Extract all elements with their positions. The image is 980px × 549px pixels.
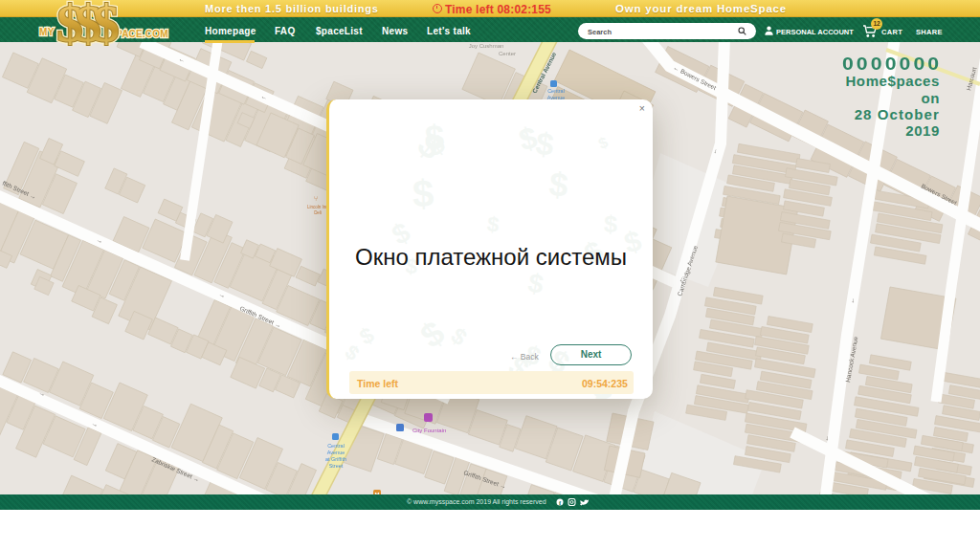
svg-text:←: ← xyxy=(848,296,856,304)
svg-text:Center: Center xyxy=(499,51,516,56)
svg-text:←: ← xyxy=(822,434,830,442)
svg-text:Deli: Deli xyxy=(314,210,322,215)
svg-text:Avenue: Avenue xyxy=(327,450,345,455)
svg-text:⑂: ⑂ xyxy=(314,195,318,202)
svg-text:Central: Central xyxy=(327,443,345,449)
svg-text:Central: Central xyxy=(547,88,565,94)
svg-text:MY: MY xyxy=(39,27,55,37)
svg-text:at Griffith: at Griffith xyxy=(325,456,346,462)
svg-text:$: $ xyxy=(93,0,120,46)
svg-text:Street: Street xyxy=(329,463,344,469)
svg-text:Joy Cushman: Joy Cushman xyxy=(469,43,504,49)
svg-text:PACE.COM: PACE.COM xyxy=(116,29,168,39)
svg-text:City Fountain: City Fountain xyxy=(412,428,446,433)
